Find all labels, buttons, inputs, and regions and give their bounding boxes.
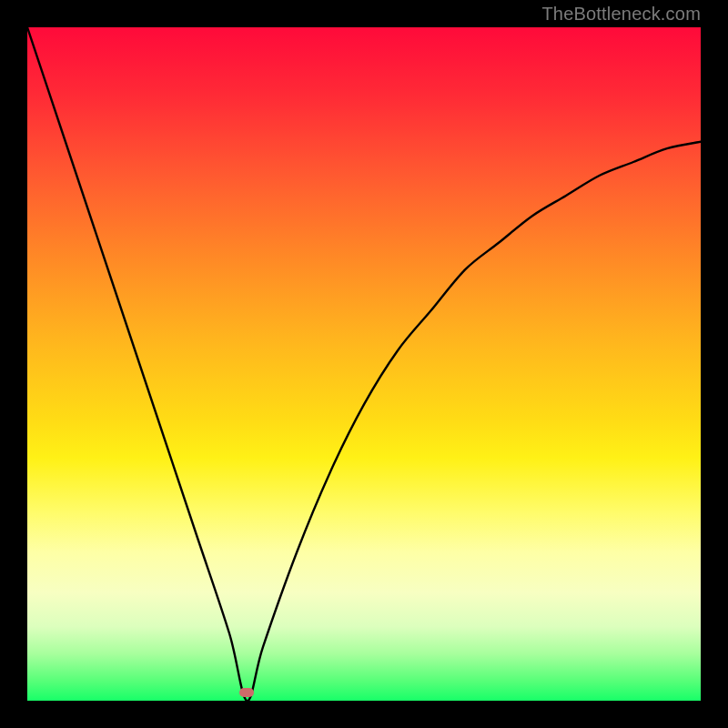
chart-frame: TheBottleneck.com — [0, 0, 728, 728]
minimum-marker — [239, 688, 254, 697]
plot-area — [27, 27, 701, 701]
bottleneck-curve — [27, 27, 701, 701]
watermark-text: TheBottleneck.com — [541, 4, 701, 25]
